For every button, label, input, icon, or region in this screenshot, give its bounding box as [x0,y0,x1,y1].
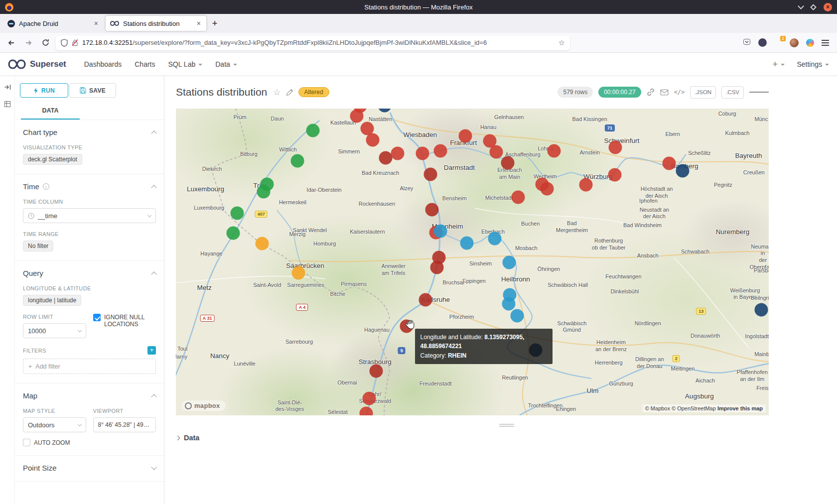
viewport-input[interactable]: 8° 46' 45.28" | 49… [93,417,156,432]
new-dropdown-button[interactable]: + [772,59,785,69]
scatter-point[interactable] [425,203,439,217]
ublock-extension-icon[interactable]: 2 [774,38,782,47]
scatter-point[interactable] [511,309,524,322]
pocket-icon[interactable] [743,38,751,48]
extension-pinwheel-icon[interactable] [806,39,814,47]
window-maximize-icon[interactable] [810,4,817,10]
section-map-header[interactable]: Map [23,391,156,400]
url-bar[interactable]: 172.18.0.4:32251/superset/explore/?form_… [56,35,570,50]
section-point-size-header[interactable]: Point Size [23,464,156,472]
share-link-icon[interactable] [647,88,655,96]
chart-menu-icon[interactable] [749,91,769,94]
favorite-star-icon[interactable]: ☆ [273,87,280,98]
save-button[interactable]: SAVE [69,83,116,98]
email-icon[interactable] [660,89,669,96]
settings-menu[interactable]: Settings [797,60,829,68]
forward-button[interactable] [22,36,35,49]
nav-sql-lab[interactable]: SQL Lab [168,60,202,68]
scatter-point[interactable] [501,156,515,170]
add-filter-box[interactable]: + Add filter [23,359,156,374]
improve-map-link[interactable]: Improve this map [717,405,763,411]
firefox-menu-button[interactable] [822,38,829,47]
tab-close-icon[interactable]: × [93,19,99,27]
scatter-point[interactable] [362,392,376,405]
bookmark-star-icon[interactable]: ☆ [558,38,565,47]
scatter-point[interactable] [540,182,554,195]
row-limit-select[interactable]: 10000 [23,323,86,338]
insecure-lock-icon[interactable] [72,39,78,46]
scatter-point[interactable] [257,185,271,198]
scatter-point[interactable] [391,146,405,160]
map-canvas[interactable]: PrümDaunNastättenGelnhausenBad Kissingen… [176,109,769,415]
nav-dashboards[interactable]: Dashboards [84,60,122,68]
tab-stations-distribution[interactable]: Stations distribution × [106,16,206,31]
export-csv-button[interactable]: .CSV [721,86,744,99]
panel-resize-handle[interactable] [499,424,514,427]
scatter-point[interactable] [608,141,622,154]
scatter-point[interactable] [255,237,269,251]
ignore-null-checkbox-row[interactable]: IGNORE NULL LOCATIONS [93,314,148,328]
scatter-point[interactable] [433,144,447,158]
nav-data[interactable]: Data [215,60,237,68]
window-close-icon[interactable]: × [824,3,832,11]
new-tab-button[interactable]: + [207,16,222,31]
scatter-point[interactable] [502,297,515,310]
scatter-point[interactable] [290,154,304,167]
data-results-collapse[interactable]: Data [176,434,837,442]
tab-close-icon[interactable]: × [196,19,202,27]
scatter-point[interactable] [433,224,447,238]
scatter-point[interactable] [423,167,437,181]
scatter-point[interactable] [608,168,621,182]
window-minimize-icon[interactable] [798,3,804,9]
auto-zoom-checkbox[interactable] [23,439,30,446]
scatter-point[interactable] [230,207,244,220]
section-time-header[interactable]: Time i [23,182,156,191]
ignore-null-checkbox[interactable] [93,314,101,321]
scatter-point[interactable] [579,178,593,191]
section-chart-type-header[interactable]: Chart type [23,128,156,136]
scatter-point[interactable] [511,191,525,204]
scatter-point[interactable] [306,124,319,137]
profile-avatar[interactable] [790,38,799,47]
time-column-select[interactable]: __time [23,208,156,223]
reload-button[interactable] [39,36,52,49]
scatter-point[interactable] [227,227,240,240]
add-filter-plus-button[interactable]: + [147,346,156,355]
scatter-point[interactable] [460,236,474,250]
scatter-point[interactable] [430,261,443,274]
scatter-point[interactable] [676,164,690,178]
dataset-grid-icon[interactable] [4,101,11,110]
export-json-button[interactable]: .JSON [690,86,716,99]
time-range-pill[interactable]: No filter [23,241,53,252]
expand-panel-icon[interactable] [4,84,11,93]
scatter-point[interactable] [359,407,373,415]
scatter-point[interactable] [416,146,429,160]
scatter-point[interactable] [502,256,516,269]
tracking-shield-icon[interactable] [61,39,68,47]
auto-zoom-checkbox-row[interactable]: AUTO ZOOM [23,439,156,446]
viz-type-pill[interactable]: deck.gl Scatterplot [23,154,82,165]
scatter-point[interactable] [378,109,391,112]
scatter-point[interactable] [366,133,380,146]
superset-brand[interactable]: Superset [8,59,66,70]
scatter-point[interactable] [418,293,432,306]
scatter-point[interactable] [663,157,676,170]
scatter-point[interactable] [754,303,768,317]
scatter-point[interactable] [548,144,561,158]
scatter-point[interactable] [488,232,502,246]
account-icon[interactable] [758,38,767,47]
tab-data-controls[interactable]: DATA [21,102,80,120]
mapbox-logo[interactable]: mapbox [182,400,226,411]
back-button[interactable] [5,36,18,49]
scatter-point[interactable] [489,145,503,158]
section-query-header[interactable]: Query [23,269,156,277]
embed-code-icon[interactable]: </> [674,89,685,96]
lonlat-pill[interactable]: longitude | latitude [23,295,81,306]
scatter-point[interactable] [350,109,363,123]
tab-apache-druid[interactable]: Apache Druid × [3,16,104,31]
scatter-point[interactable] [292,266,305,280]
scatter-point[interactable] [370,365,383,378]
run-button[interactable]: RUN [20,83,68,98]
scatter-point[interactable] [458,129,472,142]
nav-charts[interactable]: Charts [135,60,155,68]
